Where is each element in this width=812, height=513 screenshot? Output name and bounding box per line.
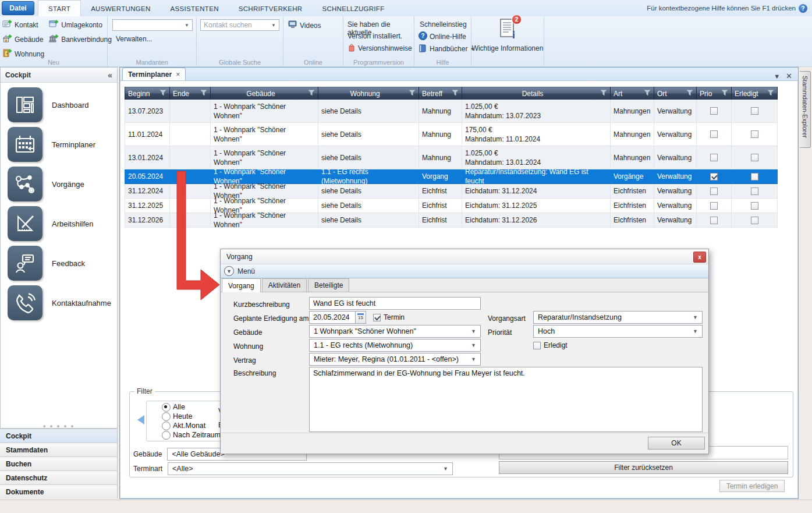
erledigung-date-input[interactable] (309, 311, 356, 324)
wohnung-combobox[interactable]: 1.1 - EG rechts (Mietwohnung)▼ (309, 339, 481, 352)
tab-terminplaner[interactable]: Terminplaner × (122, 68, 186, 80)
versionshinweise-button[interactable]: Versionshinweise (348, 43, 412, 54)
filter-funnel-icon[interactable] (767, 90, 774, 98)
prio-checkbox[interactable] (710, 187, 718, 195)
radio-option-nachzeitraum[interactable]: Nach Zeitraum (162, 431, 225, 440)
dialog-tab-vorgang[interactable]: Vorgang (222, 278, 261, 292)
sidebar-item-terminplaner[interactable]: Terminplaner (8, 127, 117, 162)
schnelleinstieg-button[interactable]: Schnelleinstieg (420, 20, 467, 29)
filter-funnel-icon[interactable] (721, 90, 728, 98)
gebude-button[interactable]: Gebäude (2, 34, 44, 45)
radio-button[interactable] (162, 431, 171, 440)
gebaeude-combobox[interactable]: 1 Wohnpark "Schöner Wohnen"▼ (309, 325, 481, 338)
handbuecher-button[interactable]: Handbücher ▼ (419, 44, 474, 54)
erledigt-checkbox[interactable] (751, 107, 758, 115)
prio-checkbox[interactable] (710, 130, 718, 138)
vertrag-combobox[interactable]: Mieter: Meyer, Regina (01.01.2011 - <off… (309, 353, 481, 366)
kurzbeschreibung-input[interactable] (309, 297, 481, 310)
date-picker-button[interactable]: 15 (355, 311, 366, 324)
radio-button[interactable] (162, 422, 171, 430)
table-row[interactable]: 13.01.20241 - Wohnpark "Schöner Wohnen"s… (125, 146, 778, 169)
kontakt-button[interactable]: Kontakt (2, 19, 44, 30)
stammdaten-explorer-tab[interactable]: Stammdaten-Explorer (800, 71, 811, 148)
verwalten-button[interactable]: Verwalten... (116, 35, 153, 43)
column-header-ende[interactable]: Ende (170, 87, 211, 100)
termin-checkbox[interactable] (373, 314, 381, 321)
dialog-menu-bar[interactable]: ▼ Menü (221, 264, 708, 278)
column-header-betreff[interactable]: Betreff (419, 87, 462, 100)
erledigt-checkbox[interactable] (751, 187, 758, 195)
file-menu-button[interactable]: Datei (2, 1, 34, 15)
table-row[interactable]: 31.12.20261 - Wohnpark "Schöner Wohnen"s… (125, 213, 778, 228)
ribbon-tab-start[interactable]: START (38, 0, 81, 16)
erledigt-checkbox[interactable] (751, 217, 758, 224)
column-header-erledigt[interactable]: Erledigt (732, 87, 778, 100)
ribbon-tab-schnellzugriff[interactable]: SCHNELLZUGRIFF (312, 1, 394, 16)
column-header-gebäude[interactable]: Gebäude (211, 87, 318, 100)
collapse-sidebar-icon[interactable]: « (108, 70, 112, 80)
global-search-combobox[interactable]: Kontakt suchen ▼ (200, 19, 279, 31)
filter-funnel-icon[interactable] (159, 90, 166, 98)
filter-reset-button[interactable]: Filter zurücksetzen (499, 461, 788, 474)
videos-button[interactable]: Videos (288, 20, 321, 30)
filter-terminart-combobox[interactable]: <Alle> ▼ (168, 462, 453, 475)
sidebar-item-feedback[interactable]: Feedback (8, 246, 117, 281)
radio-option-alle[interactable]: Alle (162, 403, 225, 412)
close-tab-icon[interactable]: × (176, 70, 180, 79)
radio-option-heute[interactable]: Heute (162, 412, 225, 421)
ribbon-tab-auswertungen[interactable]: AUSWERTUNGEN (81, 1, 160, 16)
wohnung-button[interactable]: Wohnung (2, 48, 44, 59)
dialog-titlebar[interactable]: Vorgang x (221, 249, 708, 264)
ribbon-tab-schriftverkehr[interactable]: SCHRIFTVERKEHR (229, 1, 313, 16)
ok-button[interactable]: OK (648, 437, 705, 450)
previous-period-button[interactable] (137, 415, 144, 424)
filter-funnel-icon[interactable] (644, 90, 651, 98)
close-document-icon[interactable]: ✕ (786, 72, 792, 80)
mandanten-combobox[interactable]: ▼ (112, 19, 193, 31)
nav-item-stammdaten[interactable]: Stammdaten (0, 443, 118, 457)
sidebar-item-arbeitshilfen[interactable]: Arbeitshilfen (8, 206, 117, 241)
sidebar-item-vorgänge[interactable]: Vorgänge (8, 167, 117, 201)
prio-checkbox[interactable] (710, 107, 718, 115)
bankverbindung-button[interactable]: Bankverbindung (49, 34, 112, 45)
column-header-ort[interactable]: Ort (654, 87, 697, 100)
prio-checkbox[interactable] (710, 154, 718, 161)
erledigt-checkbox[interactable] (751, 130, 758, 138)
column-header-beginn[interactable]: Beginn (125, 87, 170, 100)
filter-funnel-icon[interactable] (452, 90, 459, 98)
table-row[interactable]: 11.01.20241 - Wohnpark "Schöner Wohnen"s… (125, 123, 778, 146)
vorgangsart-combobox[interactable]: Reparatur/Instandsetzung▼ (533, 311, 703, 324)
filter-funnel-icon[interactable] (308, 90, 315, 98)
prio-checkbox[interactable] (710, 202, 718, 210)
erledigt-checkbox[interactable] (533, 342, 541, 349)
beschreibung-textarea[interactable]: Schlafzimmerwand in der EG-Wohnung bei F… (309, 367, 703, 432)
tab-list-dropdown-icon[interactable]: ▼ (774, 73, 780, 80)
column-header-prio[interactable]: Prio (697, 87, 732, 100)
ribbon-tab-assistenten[interactable]: ASSISTENTEN (161, 1, 229, 16)
radio-button[interactable] (162, 403, 171, 412)
sidebar-item-dashboard[interactable]: Dashboard (8, 87, 117, 122)
prio-checkbox[interactable] (710, 217, 718, 224)
filter-funnel-icon[interactable] (200, 90, 207, 98)
dialog-tab-beteiligte[interactable]: Beteiligte (308, 278, 349, 292)
umlagekonto-button[interactable]: Umlagekonto (49, 19, 112, 30)
radio-option-aktmonat[interactable]: Akt.Monat (162, 422, 225, 430)
erledigt-checkbox[interactable] (751, 154, 758, 161)
filter-funnel-icon[interactable] (600, 90, 607, 98)
filter-funnel-icon[interactable] (686, 90, 693, 98)
online-hilfe-button[interactable]: ? Online-Hilfe (419, 31, 466, 42)
dialog-tab-aktivitäten[interactable]: Aktivitäten (262, 278, 307, 292)
erledigt-checkbox[interactable] (751, 173, 758, 181)
help-icon[interactable]: ? (799, 4, 807, 13)
column-header-art[interactable]: Art (611, 87, 654, 100)
table-row[interactable]: 13.07.20231 - Wohnpark "Schöner Wohnen"s… (125, 100, 778, 123)
termin-erledigen-button[interactable]: Termin erledigen (719, 480, 785, 492)
nav-item-dokumente[interactable]: Dokumente (0, 484, 118, 498)
column-header-details[interactable]: Details (462, 87, 611, 100)
radio-button[interactable] (162, 412, 171, 421)
nav-item-buchen[interactable]: Buchen (0, 457, 118, 470)
nav-item-datenschutz[interactable]: Datenschutz (0, 470, 118, 484)
erledigt-checkbox[interactable] (751, 202, 758, 210)
prioritaet-combobox[interactable]: Hoch▼ (533, 325, 703, 338)
sidebar-item-kontaktaufnahme[interactable]: Kontaktaufnahme (8, 285, 117, 320)
